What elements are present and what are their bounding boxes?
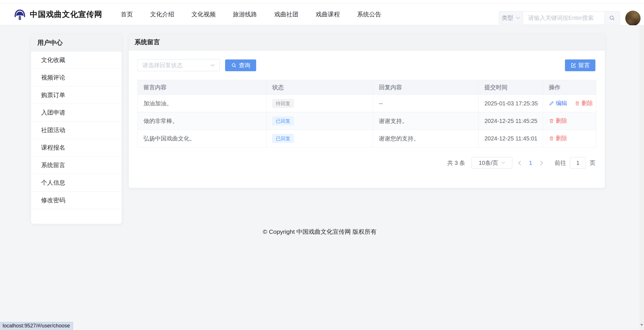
site-title: 中国戏曲文化宣传网 [30, 9, 102, 20]
trash-icon [575, 101, 580, 106]
delete-link[interactable]: 删除 [549, 134, 567, 142]
delete-link-label: 删除 [556, 134, 567, 142]
sidebar-item-course-signup[interactable]: 课程报名 [31, 139, 122, 157]
query-button-label: 查询 [239, 61, 250, 69]
nav-item-tour-routes[interactable]: 旅游线路 [233, 10, 257, 18]
delete-link-label: 删除 [556, 117, 567, 125]
opera-fan-logo-icon [13, 8, 26, 21]
goto-page-input[interactable] [570, 157, 586, 169]
panel-title: 系统留言 [129, 34, 605, 51]
reply-content-cell: 谢谢您的支持。 [373, 130, 479, 147]
search-icon [231, 63, 237, 68]
search-submit-button[interactable] [604, 11, 620, 24]
user-avatar[interactable] [625, 11, 641, 26]
table-row: 弘扬中国戏曲文化。 已回复 谢谢您的支持。 2024-12-25 11:45:0… [138, 130, 596, 147]
copyright-footer: © Copyright 中国戏曲文化宣传网 版权所有 [0, 228, 639, 236]
table-row: 做的非常棒。 已回复 谢谢支持。 2024-12-25 11:45:25 删除 [138, 112, 596, 130]
search-group: 类型 [499, 11, 620, 24]
sidebar-item-club-applications[interactable]: 入团申请 [31, 104, 122, 121]
nav-item-culture-intro[interactable]: 文化介绍 [150, 10, 174, 18]
search-type-label: 类型 [502, 14, 513, 22]
column-header-status: 状态 [267, 80, 373, 95]
query-button[interactable]: 查询 [225, 59, 256, 71]
trash-icon [549, 136, 554, 141]
next-page-button[interactable] [534, 161, 549, 165]
post-message-button-label: 留言 [578, 61, 590, 69]
column-header-actions: 操作 [543, 80, 596, 95]
page-content: 用户中心 文化收藏 视频评论 购票订单 入团申请 社团活动 课程报名 系统留言 … [0, 25, 639, 330]
page-size-select[interactable]: 10条/页 [471, 157, 512, 169]
sidebar-title: 用户中心 [31, 34, 122, 51]
sidebar-item-culture-favorites[interactable]: 文化收藏 [31, 51, 122, 69]
message-content-cell: 加油加油。 [138, 95, 267, 112]
sidebar-item-club-activities[interactable]: 社团活动 [31, 121, 122, 139]
column-header-content: 留言内容 [138, 80, 267, 95]
top-navbar: 中国戏曲文化宣传网 首页 文化介绍 文化视频 旅游线路 戏曲社团 戏曲课程 系统… [0, 3, 644, 25]
system-messages-panel: 系统留言 请选择回复状态 查询 留言 [129, 34, 605, 188]
pagination: 共 3 条 10条/页 1 前往 页 [447, 157, 595, 169]
nav-item-opera-course[interactable]: 戏曲课程 [316, 10, 340, 18]
pencil-icon [549, 101, 554, 106]
edit-square-icon [571, 63, 576, 68]
delete-link[interactable]: 删除 [575, 99, 593, 107]
reply-status-placeholder: 请选择回复状态 [142, 61, 183, 69]
delete-link-label: 删除 [582, 99, 593, 107]
message-toolbar: 请选择回复状态 查询 留言 [137, 59, 595, 71]
nav-item-home[interactable]: 首页 [121, 10, 133, 18]
page-size-value: 10条/页 [479, 159, 498, 167]
message-content-cell: 做的非常棒。 [138, 112, 267, 130]
column-header-time: 提交时间 [479, 80, 543, 95]
messages-table: 留言内容 状态 回复内容 提交时间 操作 加油加油。 待回复 -- 2025-0… [137, 80, 596, 147]
chevron-down-icon [501, 162, 505, 164]
delete-link[interactable]: 删除 [549, 117, 567, 125]
status-badge: 已回复 [272, 134, 294, 143]
table-row: 加油加油。 待回复 -- 2025-01-03 17:25:35 编辑 [138, 95, 596, 112]
page-scrollbar[interactable] [639, 25, 644, 330]
goto-page-group: 前往 页 [555, 157, 595, 169]
prev-page-button[interactable] [512, 161, 527, 165]
reply-status-select[interactable]: 请选择回复状态 [137, 59, 220, 71]
message-content-cell: 弘扬中国戏曲文化。 [138, 130, 267, 147]
table-header-row: 留言内容 状态 回复内容 提交时间 操作 [138, 80, 596, 95]
submit-time-cell: 2024-12-25 11:45:25 [479, 112, 543, 130]
submit-time-cell: 2024-12-25 11:45:01 [479, 130, 543, 147]
keyword-search-input[interactable] [523, 11, 604, 24]
nav-item-opera-club[interactable]: 戏曲社团 [274, 10, 298, 18]
status-badge: 待回复 [272, 99, 294, 108]
pagination-total: 共 3 条 [447, 159, 465, 167]
user-center-sidebar: 用户中心 文化收藏 视频评论 购票订单 入团申请 社团活动 课程报名 系统留言 … [31, 34, 122, 224]
current-page-number[interactable]: 1 [527, 160, 534, 166]
chevron-down-icon [516, 17, 520, 19]
sidebar-item-personal-info[interactable]: 个人信息 [31, 174, 122, 192]
nav-item-culture-video[interactable]: 文化视频 [191, 10, 216, 18]
edit-link-label: 编辑 [556, 99, 567, 107]
browser-link-status-bar: localhost:9527/#/user/choose [0, 322, 73, 330]
search-icon [609, 15, 615, 21]
scrollbar-down-arrow-icon[interactable] [640, 324, 643, 326]
sidebar-item-ticket-orders[interactable]: 购票订单 [31, 86, 122, 104]
post-message-button[interactable]: 留言 [565, 59, 595, 71]
column-header-reply: 回复内容 [373, 80, 479, 95]
sidebar-item-change-password[interactable]: 修改密码 [31, 192, 122, 209]
search-type-select[interactable]: 类型 [499, 11, 523, 24]
main-nav: 首页 文化介绍 文化视频 旅游线路 戏曲社团 戏曲课程 系统公告 [121, 10, 381, 18]
brand[interactable]: 中国戏曲文化宣传网 [13, 8, 102, 21]
edit-link[interactable]: 编辑 [549, 99, 567, 107]
sidebar-item-system-messages[interactable]: 系统留言 [31, 157, 122, 174]
chevron-down-icon [210, 64, 215, 67]
sidebar-item-video-comments[interactable]: 视频评论 [31, 69, 122, 86]
submit-time-cell: 2025-01-03 17:25:35 [479, 95, 543, 112]
goto-label: 前往 [555, 159, 566, 167]
reply-content-cell: 谢谢支持。 [373, 112, 479, 130]
trash-icon [549, 118, 554, 123]
status-badge: 已回复 [272, 117, 294, 125]
goto-page-suffix: 页 [590, 159, 595, 167]
reply-content-cell: -- [373, 95, 479, 112]
nav-item-announcements[interactable]: 系统公告 [357, 10, 381, 18]
